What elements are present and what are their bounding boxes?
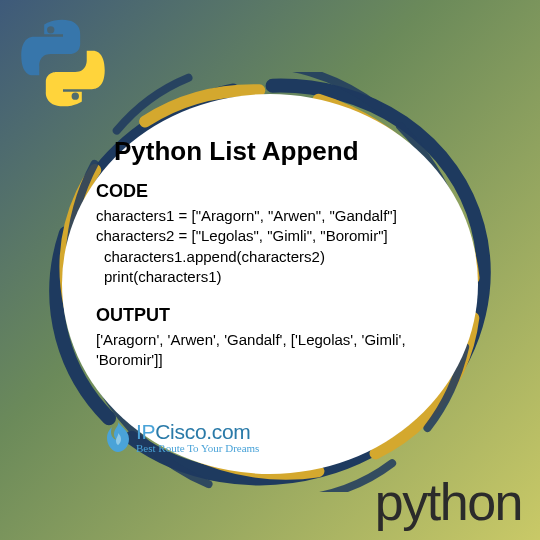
white-content-circle: Python List Append CODE characters1 = ["… bbox=[62, 94, 478, 474]
flame-icon bbox=[104, 418, 132, 456]
code-line-3: characters1.append(characters2) bbox=[96, 247, 450, 267]
python-wordmark: python bbox=[375, 472, 522, 532]
page-title: Python List Append bbox=[114, 136, 450, 167]
code-heading: CODE bbox=[96, 181, 450, 202]
code-line-4: print(characters1) bbox=[96, 267, 450, 287]
ipcisco-branding: IPCisco.com Best Route To Your Dreams bbox=[104, 418, 259, 456]
output-heading: OUTPUT bbox=[96, 305, 450, 326]
content-card: Python List Append CODE characters1 = ["… bbox=[40, 72, 500, 492]
code-line-1: characters1 = ["Aragorn", "Arwen", "Gand… bbox=[96, 206, 450, 226]
code-line-2: characters2 = ["Legolas", "Gimli", "Boro… bbox=[96, 226, 450, 246]
ipcisco-logo-text: IPCisco.com bbox=[136, 421, 259, 442]
output-text: ['Aragorn', 'Arwen', 'Gandalf', ['Legola… bbox=[96, 330, 450, 369]
ipcisco-tagline: Best Route To Your Dreams bbox=[136, 443, 259, 454]
